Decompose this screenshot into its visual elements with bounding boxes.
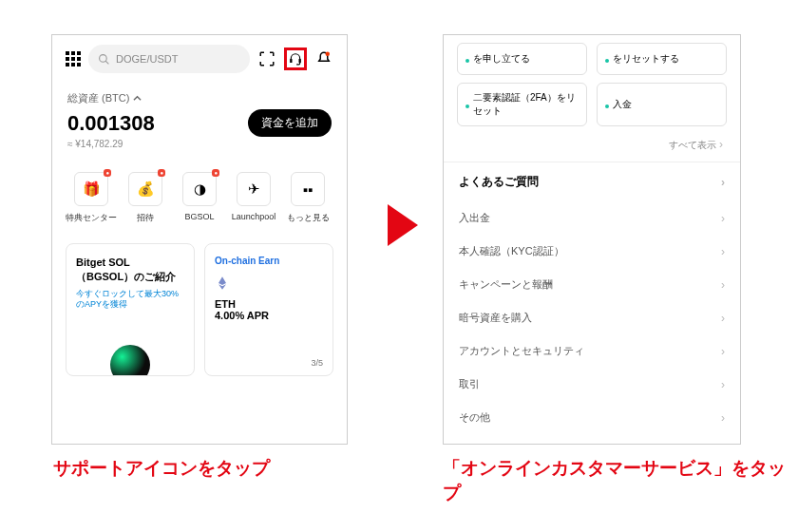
- scan-icon[interactable]: [256, 48, 278, 70]
- bgsol-coin-icon: [110, 345, 150, 376]
- assets-label: 総資産 (BTC): [67, 91, 142, 105]
- add-funds-button[interactable]: 資金を追加: [248, 109, 332, 137]
- chevron-up-icon: [133, 94, 142, 103]
- faq-header[interactable]: よくあるご質問›: [444, 162, 740, 201]
- search-input[interactable]: DOGE/USDT: [88, 45, 250, 73]
- chip-reset[interactable]: をリセットする: [597, 43, 727, 75]
- faq-item[interactable]: 暗号資産を購入›: [444, 301, 740, 334]
- quick-item-rewards[interactable]: 🎁● 特典センター: [66, 172, 117, 224]
- svg-line-1: [105, 61, 108, 64]
- faq-item[interactable]: 入出金›: [444, 201, 740, 235]
- search-icon: [98, 53, 110, 66]
- chip-row-2: 二要素認証（2FA）をリセット 入金: [444, 83, 740, 134]
- topbar: DOGE/USDT: [52, 35, 347, 81]
- promo-card-bgsol[interactable]: Bitget SOL（BGSOL）のご紹介 今すぐロックして最大30%のAPYを…: [66, 243, 195, 376]
- assets-panel: 総資産 (BTC) 0.001308 資金を追加 ≈ ¥14,782.29: [52, 81, 347, 155]
- faq-item[interactable]: サービス利用規約›: [444, 434, 740, 445]
- quick-item-launchpool[interactable]: ✈︎ Launchpool: [228, 172, 279, 224]
- quick-item-invite[interactable]: ●💰 招待: [120, 172, 171, 224]
- promo-card-earn[interactable]: On-chain Earn ETH 4.00% APR 3/5: [204, 243, 333, 376]
- app-screen-right: を申し立てる をリセットする 二要素認証（2FA）をリセット 入金 すべて表示 …: [443, 34, 741, 445]
- eth-icon: [215, 276, 323, 291]
- carousel-page: 3/5: [311, 358, 323, 368]
- faq-item[interactable]: アカウントとセキュリティ›: [444, 334, 740, 368]
- assets-fiat: ≈ ¥14,782.29: [67, 139, 332, 149]
- support-headset-icon[interactable]: [284, 48, 307, 70]
- chip-deposit[interactable]: 入金: [597, 83, 727, 126]
- promo-cards: Bitget SOL（BGSOL）のご紹介 今すぐロックして最大30%のAPYを…: [52, 230, 347, 376]
- chip-row-1: を申し立てる をリセットする: [444, 35, 740, 83]
- quick-item-more[interactable]: ▪▪ もっと見る: [282, 172, 333, 224]
- flow-arrow-icon: [388, 204, 418, 246]
- quick-item-bgsol[interactable]: ●◑ BGSOL: [174, 172, 225, 224]
- faq-item[interactable]: キャンペーンと報酬›: [444, 268, 740, 301]
- svg-rect-2: [290, 59, 292, 63]
- faq-item[interactable]: 取引›: [444, 368, 740, 401]
- chip-2fa[interactable]: 二要素認証（2FA）をリセット: [457, 83, 587, 126]
- faq-item[interactable]: 本人確認（KYC認証）›: [444, 235, 740, 268]
- assets-value: 0.001308: [67, 111, 155, 136]
- quick-actions: 🎁● 特典センター ●💰 招待 ●◑ BGSOL ✈︎ Launchpool ▪…: [52, 155, 347, 230]
- caption-right: 「オンラインカスタマーサービス」をタップ: [443, 456, 798, 504]
- svg-point-0: [100, 54, 107, 62]
- apps-grid-icon[interactable]: [64, 49, 83, 68]
- chip-claim[interactable]: を申し立てる: [457, 43, 587, 75]
- bell-icon[interactable]: [313, 48, 335, 70]
- svg-point-4: [326, 52, 331, 57]
- svg-rect-3: [299, 59, 301, 63]
- app-screen-left: DOGE/USDT 総資産 (BTC) 0.001308 資金を追加 ≈ ¥14…: [51, 34, 348, 445]
- search-placeholder: DOGE/USDT: [116, 53, 178, 65]
- show-all-link[interactable]: すべて表示 ›: [444, 134, 740, 162]
- faq-item[interactable]: その他›: [444, 401, 740, 434]
- caption-left: サポートアイコンをタップ: [53, 456, 270, 481]
